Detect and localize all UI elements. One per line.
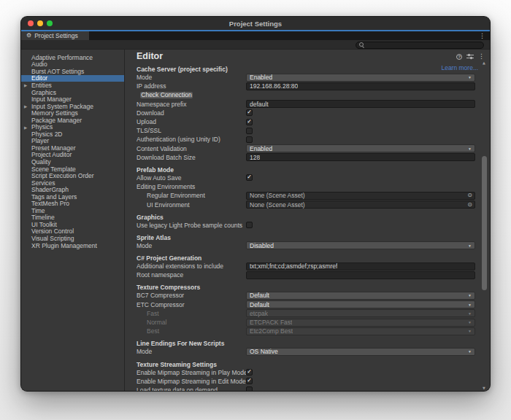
disclosure-arrow-icon[interactable]: ▶ (24, 83, 27, 88)
sidebar-item-scene-template[interactable]: Scene Template (21, 166, 124, 173)
sidebar-item-preset-manager[interactable]: Preset Manager (21, 144, 124, 152)
authentication-using-unity-id-checkbox[interactable] (246, 136, 253, 143)
settings-list: Cache Server (project specific)ModeEnabl… (125, 66, 490, 392)
regular-environment-object-field[interactable]: None (Scene Asset)⊙ (246, 192, 475, 200)
chevron-down-icon: ▼ (468, 244, 472, 248)
root-namespace-field[interactable] (246, 271, 475, 279)
sidebar-item-time[interactable]: Time (21, 207, 124, 214)
field-label: Regular Environment (137, 192, 246, 199)
mode-dropdown[interactable]: Enabled▼ (246, 74, 475, 82)
section-c-project-generation: C# Project GenerationAdditional extensio… (125, 254, 490, 279)
disclosure-arrow-icon[interactable]: ▶ (24, 125, 27, 130)
sidebar-item-visual-scripting[interactable]: Visual Scripting (21, 235, 124, 242)
settings-row-load-texture-data-on-demand: Load texture data on demand (125, 386, 490, 392)
gear-icon: ⚙ (26, 33, 31, 39)
sidebar-item-physics-2d[interactable]: Physics 2D (21, 131, 124, 138)
field-label: Mode (137, 242, 246, 249)
sidebar-item-xr-plugin-management[interactable]: XR Plugin Management (21, 242, 124, 249)
section-title: Graphics (125, 214, 490, 221)
download-batch-size-field[interactable]: 128 (246, 153, 475, 161)
allow-auto-save-checkbox[interactable]: ✓ (246, 174, 253, 181)
sidebar-item-package-manager[interactable]: Package Manager (21, 117, 124, 124)
namespace-prefix-field[interactable]: default (246, 100, 475, 108)
load-texture-data-on-demand-checkbox[interactable] (246, 386, 253, 392)
sidebar-item-project-auditor[interactable]: Project Auditor (21, 152, 124, 159)
enable-mipmap-streaming-in-edit-mode-checkbox[interactable]: ✓ (246, 378, 253, 384)
sidebar-item-script-execution-order[interactable]: Script Execution Order (21, 172, 124, 179)
chevron-down-icon: ▼ (468, 293, 472, 298)
scroll-up-icon[interactable]: ▲ (480, 61, 488, 65)
ui-environment-object-field[interactable]: None (Scene Asset)⊙ (246, 201, 475, 209)
section-texture-streaming-settings: Texture Streaming SettingsEnable Mipmap … (125, 361, 490, 392)
object-picker-icon[interactable]: ⊙ (467, 192, 472, 198)
sidebar-item-input-manager[interactable]: Input Manager (21, 96, 124, 103)
checkmark-icon: ✓ (247, 119, 252, 125)
sidebar-item-adaptive-performance[interactable]: Adaptive Performance (21, 54, 124, 61)
sidebar-item-label: Package Manager (31, 117, 82, 124)
search-icon (359, 42, 365, 48)
presets-icon[interactable] (466, 53, 474, 60)
sidebar-item-label: Timeline (31, 214, 55, 221)
sidebar-item-burst-aot-settings[interactable]: Burst AOT Settings (21, 68, 124, 75)
sidebar-item-audio[interactable]: Audio (21, 61, 124, 69)
editor-panel: Editor ? ⋮ Learn more... Cache Server (p… (125, 50, 490, 392)
tab-project-settings[interactable]: ⚙ Project Settings (21, 31, 89, 40)
sidebar-item-graphics[interactable]: Graphics (21, 89, 124, 96)
scrollbar-thumb[interactable] (482, 156, 487, 290)
chevron-down-icon: ▼ (468, 311, 472, 316)
settings-row-mode: ModeDisabled▼ (125, 241, 490, 250)
dropdown-value: Etc2Comp Best (250, 327, 293, 335)
upload-checkbox[interactable]: ✓ (246, 119, 253, 125)
section-title: Texture Streaming Settings (125, 361, 490, 368)
mode-dropdown[interactable]: OS Native▼ (246, 348, 475, 356)
help-icon[interactable]: ? (456, 54, 462, 60)
sidebar-item-physics[interactable]: ▶Physics (21, 123, 124, 131)
dropdown-value: Disabled (250, 242, 274, 249)
sidebar-item-tags-and-layers[interactable]: Tags and Layers (21, 193, 124, 201)
sidebar-item-label: Adaptive Performance (31, 54, 93, 61)
tls-ssl-checkbox[interactable] (246, 128, 253, 134)
sidebar-item-quality[interactable]: Quality (21, 158, 124, 166)
sidebar-item-entities[interactable]: ▶Entities (21, 82, 124, 89)
check-connection-button[interactable]: Check Connection (139, 91, 193, 100)
sidebar-item-memory-settings[interactable]: Memory Settings (21, 109, 124, 117)
field-label: Mode (137, 74, 246, 81)
dropdown-value: Default (250, 301, 269, 308)
sidebar-item-shadergraph[interactable]: ShaderGraph (21, 186, 124, 193)
sidebar-item-input-system-package[interactable]: ▶Input System Package (21, 103, 124, 110)
settings-row-download-batch-size: Download Batch Size128 (125, 153, 490, 162)
dropdown-value: Enabled (250, 74, 272, 81)
sidebar-item-services[interactable]: Services (21, 179, 124, 187)
text-field-value: 192.168.86.28:80 (250, 82, 298, 90)
sidebar-item-timeline[interactable]: Timeline (21, 214, 124, 222)
tab-menu-button[interactable]: ⋮ (479, 33, 485, 39)
additional-extensions-to-include-field[interactable]: txt;xml;fnt;cd;asmdef;rsp;asmref (246, 262, 475, 271)
mode-dropdown[interactable]: Disabled▼ (246, 241, 475, 249)
panel-menu-button[interactable]: ⋮ (478, 53, 485, 60)
object-picker-icon[interactable]: ⊙ (467, 202, 472, 208)
bc7-compressor-dropdown[interactable]: Default▼ (246, 292, 475, 300)
best-dropdown: Etc2Comp Best▼ (246, 327, 475, 335)
sidebar-item-version-control[interactable]: Version Control (21, 228, 124, 236)
sidebar-item-player[interactable]: Player (21, 138, 124, 145)
etc-compressor-dropdown[interactable]: Default▼ (246, 300, 475, 308)
field-label: Download (137, 109, 246, 117)
enable-mipmap-streaming-in-play-mode-checkbox[interactable]: ✓ (246, 369, 253, 376)
sidebar-item-editor[interactable]: Editor (21, 75, 124, 82)
sidebar-item-textmesh-pro[interactable]: TextMesh Pro (21, 200, 124, 207)
field-label: Normal (137, 319, 246, 326)
ip-address-field[interactable]: 192.168.86.28:80 (246, 82, 475, 90)
field-control: Etc2Comp Best▼ (246, 327, 475, 335)
content-validation-dropdown[interactable]: Enabled▼ (246, 144, 475, 152)
download-checkbox[interactable]: ✓ (246, 109, 253, 116)
settings-row-regular-environment: Regular EnvironmentNone (Scene Asset)⊙ (125, 191, 490, 200)
field-label: Fast (137, 310, 246, 317)
field-label: ETC Compressor (137, 301, 246, 308)
search-input[interactable] (356, 42, 484, 49)
scroll-down-icon[interactable]: ▼ (480, 386, 488, 390)
field-control (246, 136, 475, 143)
disclosure-arrow-icon[interactable]: ▶ (24, 104, 27, 109)
sidebar-item-ui-toolkit[interactable]: UI Toolkit (21, 221, 124, 228)
use-legacy-light-probe-sample-counts-checkbox[interactable] (246, 222, 253, 228)
field-label: Content Validation (137, 145, 246, 152)
